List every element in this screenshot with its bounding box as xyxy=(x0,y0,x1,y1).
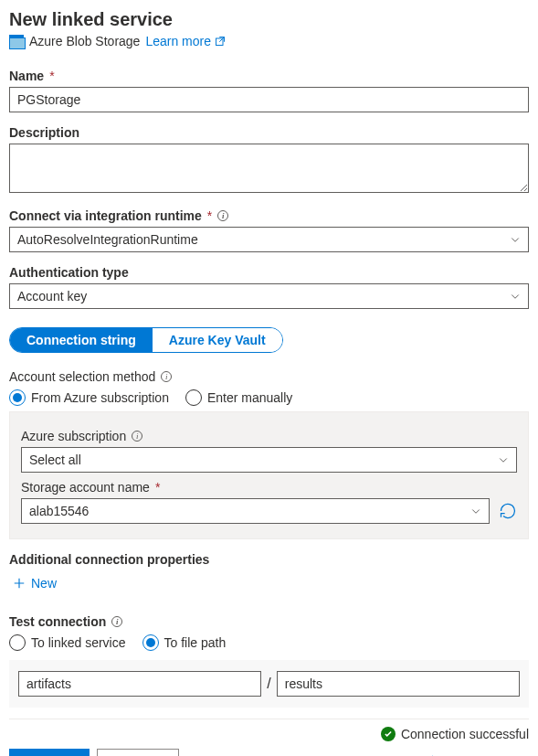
chevron-down-icon xyxy=(510,291,521,302)
info-icon[interactable]: i xyxy=(161,371,172,382)
additional-props-label: Additional connection properties xyxy=(9,552,529,567)
subscription-label: Azure subscription i xyxy=(21,429,517,443)
auth-type-select[interactable]: Account key xyxy=(9,283,529,309)
refresh-icon[interactable] xyxy=(499,502,517,520)
radio-to-file-path[interactable]: To file path xyxy=(142,634,227,651)
plus-icon xyxy=(13,577,26,590)
storage-account-select[interactable]: alab15546 xyxy=(21,498,490,524)
radio-from-subscription[interactable]: From Azure subscription xyxy=(9,389,169,406)
path-input-1[interactable] xyxy=(18,671,261,697)
page-title: New linked service xyxy=(9,9,529,30)
learn-more-link[interactable]: Learn more xyxy=(145,34,226,48)
name-label: Name* xyxy=(9,69,529,83)
blob-storage-icon xyxy=(9,35,24,48)
subscription-panel: Azure subscription i Select all Storage … xyxy=(9,411,529,539)
add-new-button[interactable]: New xyxy=(9,576,57,591)
tab-connection-string[interactable]: Connection string xyxy=(10,328,153,352)
cancel-button[interactable]: Cancel xyxy=(97,749,179,756)
name-input[interactable] xyxy=(9,87,529,112)
create-button[interactable]: Create xyxy=(9,749,90,756)
description-input[interactable] xyxy=(9,144,529,193)
status-text: Connection successful xyxy=(401,727,529,741)
radio-to-service[interactable]: To linked service xyxy=(9,634,126,651)
tab-key-vault[interactable]: Azure Key Vault xyxy=(153,328,282,352)
chevron-down-icon xyxy=(498,454,509,465)
storage-account-label: Storage account name* xyxy=(21,480,517,495)
account-method-label: Account selection method i xyxy=(9,369,529,384)
test-connection-label: Test connection i xyxy=(9,614,529,629)
path-row: / xyxy=(9,660,529,708)
info-icon[interactable]: i xyxy=(217,210,228,221)
runtime-select[interactable]: AutoResolveIntegrationRuntime xyxy=(9,227,529,252)
auth-tabs: Connection string Azure Key Vault xyxy=(9,327,283,353)
status-row: Connection successful xyxy=(9,727,529,741)
info-icon[interactable]: i xyxy=(132,431,142,442)
chevron-down-icon xyxy=(470,506,481,516)
auth-type-label: Authentication type xyxy=(9,265,529,280)
info-icon[interactable]: i xyxy=(111,616,122,627)
service-type-label: Azure Blob Storage xyxy=(29,34,140,48)
path-separator: / xyxy=(267,676,270,692)
path-input-2[interactable] xyxy=(277,671,520,697)
runtime-label: Connect via integration runtime* i xyxy=(9,208,529,223)
chevron-down-icon xyxy=(510,234,521,245)
description-label: Description xyxy=(9,125,529,140)
radio-enter-manually[interactable]: Enter manually xyxy=(185,389,292,406)
external-link-icon xyxy=(215,36,226,47)
subscription-select[interactable]: Select all xyxy=(21,447,517,473)
footer-divider xyxy=(9,719,529,719)
success-icon xyxy=(381,727,396,741)
